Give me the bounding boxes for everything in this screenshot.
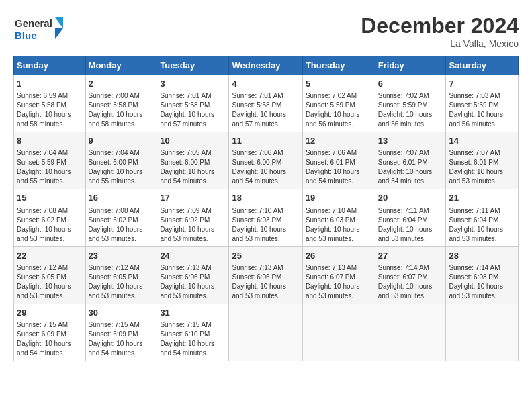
- svg-marker-2: [55, 17, 63, 28]
- day-number: 15: [17, 192, 83, 204]
- day-info: Sunrise: 7:04 AMSunset: 5:59 PMDaylight:…: [17, 148, 83, 186]
- table-cell: 24Sunrise: 7:13 AMSunset: 6:06 PMDayligh…: [157, 246, 229, 304]
- day-info: Sunrise: 7:08 AMSunset: 6:02 PMDaylight:…: [17, 206, 83, 244]
- table-cell: 30Sunrise: 7:15 AMSunset: 6:09 PMDayligh…: [85, 304, 157, 361]
- day-info: Sunrise: 7:15 AMSunset: 6:10 PMDaylight:…: [160, 320, 226, 358]
- svg-text:Blue: Blue: [15, 30, 37, 41]
- day-number: 25: [232, 250, 299, 262]
- col-wednesday: Wednesday: [229, 56, 302, 75]
- table-cell: 19Sunrise: 7:10 AMSunset: 6:03 PMDayligh…: [302, 189, 375, 246]
- day-info: Sunrise: 7:15 AMSunset: 6:09 PMDaylight:…: [17, 320, 83, 358]
- day-number: 22: [17, 250, 83, 262]
- day-number: 9: [89, 135, 154, 147]
- table-cell: 1Sunrise: 6:59 AMSunset: 5:58 PMDaylight…: [14, 75, 86, 132]
- calendar-week-row: 1Sunrise: 6:59 AMSunset: 5:58 PMDaylight…: [14, 75, 519, 132]
- day-info: Sunrise: 7:15 AMSunset: 6:09 PMDaylight:…: [89, 320, 154, 358]
- table-cell: 3Sunrise: 7:01 AMSunset: 5:58 PMDaylight…: [157, 75, 229, 132]
- table-cell: [302, 304, 375, 361]
- table-cell: 16Sunrise: 7:08 AMSunset: 6:02 PMDayligh…: [85, 189, 157, 246]
- table-cell: 27Sunrise: 7:14 AMSunset: 6:07 PMDayligh…: [375, 246, 446, 304]
- day-info: Sunrise: 7:13 AMSunset: 6:07 PMDaylight:…: [306, 263, 372, 301]
- col-thursday: Thursday: [302, 56, 375, 75]
- table-cell: 10Sunrise: 7:05 AMSunset: 6:00 PMDayligh…: [157, 132, 229, 189]
- month-title: December 2024: [361, 13, 519, 38]
- day-number: 19: [306, 192, 372, 204]
- calendar-table: Sunday Monday Tuesday Wednesday Thursday…: [13, 56, 519, 361]
- day-info: Sunrise: 7:13 AMSunset: 6:06 PMDaylight:…: [232, 263, 299, 301]
- day-number: 26: [306, 250, 372, 262]
- logo-svg: General Blue: [13, 13, 67, 47]
- table-cell: 25Sunrise: 7:13 AMSunset: 6:06 PMDayligh…: [229, 246, 302, 304]
- day-info: Sunrise: 7:00 AMSunset: 5:58 PMDaylight:…: [89, 91, 154, 129]
- page-header: General Blue December 2024 La Valla, Mex…: [13, 13, 519, 49]
- day-number: 10: [160, 135, 226, 147]
- col-sunday: Sunday: [14, 56, 86, 75]
- day-number: 27: [378, 250, 443, 262]
- day-info: Sunrise: 7:07 AMSunset: 6:01 PMDaylight:…: [449, 148, 515, 186]
- day-info: Sunrise: 7:12 AMSunset: 6:05 PMDaylight:…: [17, 263, 83, 301]
- table-cell: 26Sunrise: 7:13 AMSunset: 6:07 PMDayligh…: [302, 246, 375, 304]
- day-number: 21: [449, 192, 515, 204]
- day-info: Sunrise: 7:02 AMSunset: 5:59 PMDaylight:…: [378, 91, 443, 129]
- svg-marker-3: [55, 28, 63, 39]
- day-number: 1: [17, 78, 83, 90]
- table-cell: 7Sunrise: 7:03 AMSunset: 5:59 PMDaylight…: [446, 75, 519, 132]
- calendar-week-row: 8Sunrise: 7:04 AMSunset: 5:59 PMDaylight…: [14, 132, 519, 189]
- title-block: December 2024 La Valla, Mexico: [361, 13, 519, 49]
- day-number: 8: [17, 135, 83, 147]
- table-cell: 21Sunrise: 7:11 AMSunset: 6:04 PMDayligh…: [446, 189, 519, 246]
- day-info: Sunrise: 7:04 AMSunset: 6:00 PMDaylight:…: [89, 148, 154, 186]
- day-info: Sunrise: 7:05 AMSunset: 6:00 PMDaylight:…: [160, 148, 226, 186]
- col-friday: Friday: [375, 56, 446, 75]
- table-cell: 29Sunrise: 7:15 AMSunset: 6:09 PMDayligh…: [14, 304, 86, 361]
- day-number: 29: [17, 307, 83, 319]
- day-info: Sunrise: 7:12 AMSunset: 6:05 PMDaylight:…: [89, 263, 154, 301]
- table-cell: [446, 304, 519, 361]
- day-info: Sunrise: 7:01 AMSunset: 5:58 PMDaylight:…: [160, 91, 226, 129]
- table-cell: 22Sunrise: 7:12 AMSunset: 6:05 PMDayligh…: [14, 246, 86, 304]
- location: La Valla, Mexico: [361, 38, 519, 49]
- day-number: 20: [378, 192, 443, 204]
- day-number: 17: [160, 192, 226, 204]
- day-info: Sunrise: 7:03 AMSunset: 5:59 PMDaylight:…: [449, 91, 515, 129]
- day-info: Sunrise: 7:11 AMSunset: 6:04 PMDaylight:…: [378, 206, 443, 244]
- day-info: Sunrise: 7:11 AMSunset: 6:04 PMDaylight:…: [449, 206, 515, 244]
- day-number: 23: [89, 250, 154, 262]
- day-info: Sunrise: 7:13 AMSunset: 6:06 PMDaylight:…: [160, 263, 226, 301]
- day-number: 24: [160, 250, 226, 262]
- day-number: 31: [160, 307, 226, 319]
- day-info: Sunrise: 7:10 AMSunset: 6:03 PMDaylight:…: [306, 206, 372, 244]
- day-number: 12: [306, 135, 372, 147]
- table-cell: [375, 304, 446, 361]
- table-cell: 17Sunrise: 7:09 AMSunset: 6:02 PMDayligh…: [157, 189, 229, 246]
- day-number: 28: [449, 250, 515, 262]
- svg-text:General: General: [15, 17, 52, 29]
- table-cell: 5Sunrise: 7:02 AMSunset: 5:59 PMDaylight…: [302, 75, 375, 132]
- col-saturday: Saturday: [446, 56, 519, 75]
- day-number: 5: [306, 78, 372, 90]
- day-info: Sunrise: 7:07 AMSunset: 6:01 PMDaylight:…: [378, 148, 443, 186]
- table-cell: [229, 304, 302, 361]
- col-tuesday: Tuesday: [157, 56, 229, 75]
- day-info: Sunrise: 7:14 AMSunset: 6:08 PMDaylight:…: [449, 263, 515, 301]
- day-info: Sunrise: 7:10 AMSunset: 6:03 PMDaylight:…: [232, 206, 299, 244]
- table-cell: 28Sunrise: 7:14 AMSunset: 6:08 PMDayligh…: [446, 246, 519, 304]
- calendar-week-row: 29Sunrise: 7:15 AMSunset: 6:09 PMDayligh…: [14, 304, 519, 361]
- day-number: 11: [232, 135, 299, 147]
- day-info: Sunrise: 6:59 AMSunset: 5:58 PMDaylight:…: [17, 91, 83, 129]
- col-monday: Monday: [85, 56, 157, 75]
- table-cell: 13Sunrise: 7:07 AMSunset: 6:01 PMDayligh…: [375, 132, 446, 189]
- table-cell: 9Sunrise: 7:04 AMSunset: 6:00 PMDaylight…: [85, 132, 157, 189]
- table-cell: 6Sunrise: 7:02 AMSunset: 5:59 PMDaylight…: [375, 75, 446, 132]
- day-info: Sunrise: 7:06 AMSunset: 6:00 PMDaylight:…: [232, 148, 299, 186]
- calendar-header-row: Sunday Monday Tuesday Wednesday Thursday…: [14, 56, 519, 75]
- table-cell: 2Sunrise: 7:00 AMSunset: 5:58 PMDaylight…: [85, 75, 157, 132]
- table-cell: 31Sunrise: 7:15 AMSunset: 6:10 PMDayligh…: [157, 304, 229, 361]
- day-number: 30: [89, 307, 154, 319]
- table-cell: 14Sunrise: 7:07 AMSunset: 6:01 PMDayligh…: [446, 132, 519, 189]
- day-info: Sunrise: 7:09 AMSunset: 6:02 PMDaylight:…: [160, 206, 226, 244]
- table-cell: 4Sunrise: 7:01 AMSunset: 5:58 PMDaylight…: [229, 75, 302, 132]
- day-number: 18: [232, 192, 299, 204]
- table-cell: 8Sunrise: 7:04 AMSunset: 5:59 PMDaylight…: [14, 132, 86, 189]
- table-cell: 20Sunrise: 7:11 AMSunset: 6:04 PMDayligh…: [375, 189, 446, 246]
